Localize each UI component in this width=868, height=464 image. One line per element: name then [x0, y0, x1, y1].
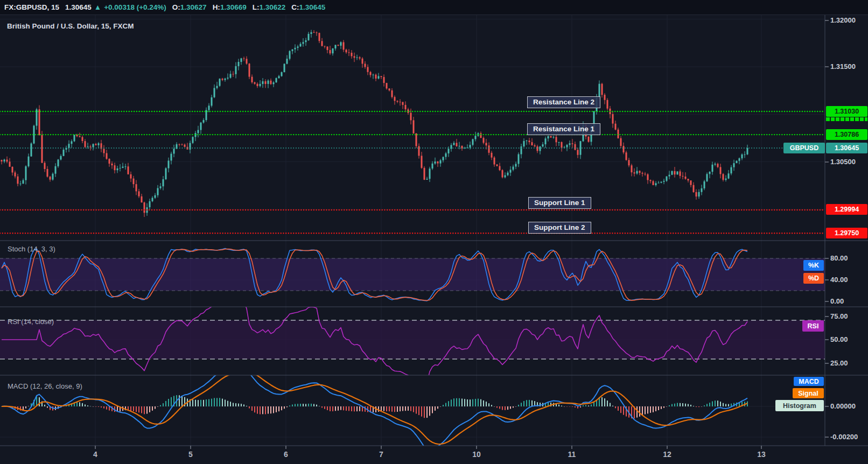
last-price: 1.30645 — [65, 3, 92, 11]
support-line-2-label[interactable]: Support Line 2 — [528, 222, 591, 234]
high-label: H: — [213, 3, 220, 11]
clipped-price-tag — [826, 117, 867, 121]
rsi-tick: 50.00 — [830, 335, 848, 343]
time-tick: 5 — [180, 450, 201, 459]
low-label: L: — [253, 3, 260, 11]
rsi-tick: 25.00 — [830, 359, 848, 367]
time-tick: 11 — [561, 450, 583, 459]
close-label: C: — [291, 3, 299, 11]
chart-canvas[interactable] — [0, 0, 868, 464]
rsi-tick: 75.00 — [830, 312, 848, 320]
resistance-2-price-tag: 1.31030 — [826, 106, 867, 117]
time-tick: 12 — [656, 450, 678, 459]
low-value: 1.30622 — [259, 3, 285, 11]
stoch-legend[interactable]: Stoch (14, 3, 3) — [8, 245, 55, 253]
symbol-price-line-tag: GBPUSD — [783, 143, 825, 153]
high-value: 1.30669 — [220, 3, 247, 11]
symbol-info-bar: FX:GBPUSD, 15 1.30645 ▲ +0.00318 (+0.24%… — [0, 0, 868, 15]
price-tick: 1.32000 — [830, 16, 856, 24]
open-value: 1.30627 — [180, 3, 207, 11]
close-value: 1.30645 — [299, 3, 326, 11]
resistance-line-1-label[interactable]: Resistance Line 1 — [527, 123, 600, 135]
macd-signal-tag: Signal — [793, 388, 824, 398]
macd-tick: 0.00000 — [830, 402, 856, 410]
trading-chart-app: FX:GBPUSD, 15 1.30645 ▲ +0.00318 (+0.24%… — [0, 0, 868, 464]
time-tick: 7 — [370, 450, 392, 459]
stoch-tick: 0.00 — [830, 297, 844, 305]
stoch-tick: 80.00 — [830, 254, 848, 262]
macd-tick: -0.00200 — [830, 433, 858, 441]
stoch-d-tag: %D — [803, 273, 824, 284]
support-line-1-label[interactable]: Support Line 1 — [528, 197, 591, 209]
time-tick: 10 — [466, 450, 487, 459]
rsi-tag: RSI — [802, 320, 824, 332]
macd-histogram-tag: Histogram — [775, 400, 824, 411]
time-tick: 4 — [85, 450, 106, 459]
symbol-title[interactable]: FX:GBPUSD, 15 — [4, 3, 59, 11]
price-change: +0.00318 (+0.24%) — [104, 3, 166, 11]
chart-legend-title[interactable]: British Pound / U.S. Dollar, 15, FXCM — [7, 22, 134, 30]
price-tick: 1.31500 — [830, 62, 856, 71]
support-1-price-tag: 1.29994 — [826, 204, 867, 215]
support-2-price-tag: 1.29750 — [826, 228, 867, 238]
last-price-tag: 1.30645 — [826, 143, 867, 153]
resistance-line-2-label[interactable]: Resistance Line 2 — [527, 96, 600, 108]
rsi-legend[interactable]: RSI (14, close) — [8, 318, 54, 326]
stoch-k-tag: %K — [803, 260, 824, 271]
price-tick: 1.30500 — [830, 158, 856, 166]
macd-line-tag: MACD — [794, 377, 824, 386]
stoch-tick: 40.00 — [830, 276, 848, 284]
time-tick: 13 — [751, 450, 772, 459]
open-label: O: — [172, 3, 180, 11]
resistance-1-price-tag: 1.30786 — [826, 129, 867, 140]
time-tick: 6 — [275, 450, 297, 459]
macd-legend[interactable]: MACD (12, 26, close, 9) — [8, 382, 82, 390]
direction-up-icon: ▲ — [94, 3, 101, 11]
